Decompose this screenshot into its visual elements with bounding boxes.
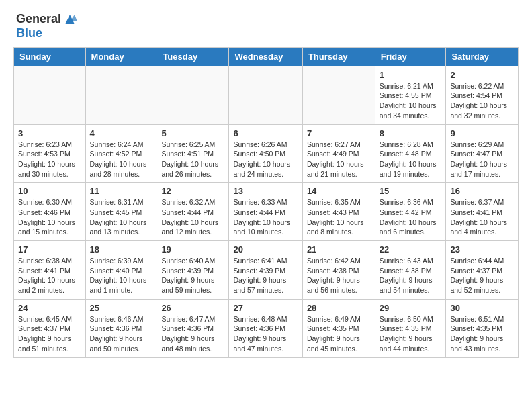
day-info: Sunrise: 6:46 AM Sunset: 4:36 PM Dayligh… xyxy=(90,314,153,354)
calendar-cell: 22Sunrise: 6:43 AM Sunset: 4:38 PM Dayli… xyxy=(375,241,446,300)
day-number: 1 xyxy=(380,70,442,80)
day-number: 23 xyxy=(450,244,514,255)
weekday-header-wednesday: Wednesday xyxy=(229,47,302,66)
calendar-cell: 26Sunrise: 6:47 AM Sunset: 4:36 PM Dayli… xyxy=(157,299,229,357)
day-number: 12 xyxy=(161,186,224,196)
calendar-cell: 24Sunrise: 6:45 AM Sunset: 4:37 PM Dayli… xyxy=(14,299,86,357)
day-info: Sunrise: 6:22 AM Sunset: 4:54 PM Dayligh… xyxy=(450,81,514,121)
calendar-cell: 9Sunrise: 6:29 AM Sunset: 4:47 PM Daylig… xyxy=(446,124,519,183)
logo-blue-text: Blue xyxy=(16,26,42,40)
calendar-cell xyxy=(302,66,375,124)
day-info: Sunrise: 6:38 AM Sunset: 4:41 PM Dayligh… xyxy=(18,256,81,295)
weekday-header-thursday: Thursday xyxy=(302,47,375,66)
day-info: Sunrise: 6:30 AM Sunset: 4:46 PM Dayligh… xyxy=(18,197,81,237)
weekday-header-monday: Monday xyxy=(85,47,157,66)
day-number: 7 xyxy=(307,128,371,138)
day-info: Sunrise: 6:25 AM Sunset: 4:51 PM Dayligh… xyxy=(161,140,224,179)
day-number: 16 xyxy=(450,186,514,196)
calendar-cell: 13Sunrise: 6:33 AM Sunset: 4:44 PM Dayli… xyxy=(229,183,302,241)
day-info: Sunrise: 6:49 AM Sunset: 4:35 PM Dayligh… xyxy=(307,314,371,354)
day-number: 10 xyxy=(18,186,81,196)
day-number: 15 xyxy=(380,186,442,196)
calendar-cell: 18Sunrise: 6:39 AM Sunset: 4:40 PM Dayli… xyxy=(85,241,157,300)
day-number: 6 xyxy=(233,128,298,138)
day-info: Sunrise: 6:29 AM Sunset: 4:47 PM Dayligh… xyxy=(450,140,514,179)
calendar-cell: 10Sunrise: 6:30 AM Sunset: 4:46 PM Dayli… xyxy=(14,183,86,241)
calendar-cell: 28Sunrise: 6:49 AM Sunset: 4:35 PM Dayli… xyxy=(302,299,375,357)
day-number: 22 xyxy=(380,244,442,255)
day-number: 25 xyxy=(90,303,153,313)
day-info: Sunrise: 6:28 AM Sunset: 4:48 PM Dayligh… xyxy=(380,140,442,179)
day-info: Sunrise: 6:21 AM Sunset: 4:55 PM Dayligh… xyxy=(380,81,442,121)
calendar-cell: 1Sunrise: 6:21 AM Sunset: 4:55 PM Daylig… xyxy=(375,66,446,124)
day-info: Sunrise: 6:45 AM Sunset: 4:37 PM Dayligh… xyxy=(18,314,81,354)
calendar-cell: 14Sunrise: 6:35 AM Sunset: 4:43 PM Dayli… xyxy=(302,183,375,241)
calendar-cell: 23Sunrise: 6:44 AM Sunset: 4:37 PM Dayli… xyxy=(446,241,519,300)
day-info: Sunrise: 6:41 AM Sunset: 4:39 PM Dayligh… xyxy=(233,256,298,295)
calendar-cell: 21Sunrise: 6:42 AM Sunset: 4:38 PM Dayli… xyxy=(302,241,375,300)
day-number: 18 xyxy=(90,244,153,255)
day-number: 5 xyxy=(161,128,224,138)
day-number: 3 xyxy=(18,128,81,138)
day-number: 20 xyxy=(233,244,298,255)
day-info: Sunrise: 6:39 AM Sunset: 4:40 PM Dayligh… xyxy=(90,256,153,295)
weekday-header-saturday: Saturday xyxy=(446,47,519,66)
calendar-cell: 16Sunrise: 6:37 AM Sunset: 4:41 PM Dayli… xyxy=(446,183,519,241)
day-number: 4 xyxy=(90,128,153,138)
calendar-cell: 7Sunrise: 6:27 AM Sunset: 4:49 PM Daylig… xyxy=(302,124,375,183)
header: General Blue xyxy=(0,0,532,47)
weekday-header-friday: Friday xyxy=(375,47,446,66)
day-number: 26 xyxy=(161,303,224,313)
day-number: 21 xyxy=(307,244,371,255)
day-number: 19 xyxy=(161,244,224,255)
calendar-cell: 6Sunrise: 6:26 AM Sunset: 4:50 PM Daylig… xyxy=(229,124,302,183)
logo-general-text: General xyxy=(16,13,61,26)
day-info: Sunrise: 6:27 AM Sunset: 4:49 PM Dayligh… xyxy=(307,140,371,179)
day-info: Sunrise: 6:32 AM Sunset: 4:44 PM Dayligh… xyxy=(161,197,224,237)
day-info: Sunrise: 6:47 AM Sunset: 4:36 PM Dayligh… xyxy=(161,314,224,354)
calendar-cell: 2Sunrise: 6:22 AM Sunset: 4:54 PM Daylig… xyxy=(446,66,519,124)
day-info: Sunrise: 6:35 AM Sunset: 4:43 PM Dayligh… xyxy=(307,197,371,237)
day-info: Sunrise: 6:36 AM Sunset: 4:42 PM Dayligh… xyxy=(380,197,442,237)
day-number: 30 xyxy=(450,303,514,313)
day-number: 11 xyxy=(90,186,153,196)
day-number: 29 xyxy=(380,303,442,313)
day-number: 24 xyxy=(18,303,81,313)
day-info: Sunrise: 6:24 AM Sunset: 4:52 PM Dayligh… xyxy=(90,140,153,179)
calendar-cell: 4Sunrise: 6:24 AM Sunset: 4:52 PM Daylig… xyxy=(85,124,157,183)
day-info: Sunrise: 6:40 AM Sunset: 4:39 PM Dayligh… xyxy=(161,256,224,295)
calendar-cell xyxy=(157,66,229,124)
day-number: 17 xyxy=(18,244,81,255)
calendar-cell: 27Sunrise: 6:48 AM Sunset: 4:36 PM Dayli… xyxy=(229,299,302,357)
calendar-cell: 8Sunrise: 6:28 AM Sunset: 4:48 PM Daylig… xyxy=(375,124,446,183)
day-number: 8 xyxy=(380,128,442,138)
calendar-cell: 11Sunrise: 6:31 AM Sunset: 4:45 PM Dayli… xyxy=(85,183,157,241)
calendar-cell: 29Sunrise: 6:50 AM Sunset: 4:35 PM Dayli… xyxy=(375,299,446,357)
day-number: 13 xyxy=(233,186,298,196)
calendar-cell: 25Sunrise: 6:46 AM Sunset: 4:36 PM Dayli… xyxy=(85,299,157,357)
weekday-header-tuesday: Tuesday xyxy=(157,47,229,66)
calendar-cell: 3Sunrise: 6:23 AM Sunset: 4:53 PM Daylig… xyxy=(14,124,86,183)
logo-icon xyxy=(62,12,77,27)
calendar-cell: 17Sunrise: 6:38 AM Sunset: 4:41 PM Dayli… xyxy=(14,241,86,300)
day-info: Sunrise: 6:44 AM Sunset: 4:37 PM Dayligh… xyxy=(450,256,514,295)
day-info: Sunrise: 6:51 AM Sunset: 4:35 PM Dayligh… xyxy=(450,314,514,354)
calendar-cell: 19Sunrise: 6:40 AM Sunset: 4:39 PM Dayli… xyxy=(157,241,229,300)
day-info: Sunrise: 6:33 AM Sunset: 4:44 PM Dayligh… xyxy=(233,197,298,237)
calendar-cell xyxy=(14,66,86,124)
day-info: Sunrise: 6:37 AM Sunset: 4:41 PM Dayligh… xyxy=(450,197,514,237)
day-info: Sunrise: 6:48 AM Sunset: 4:36 PM Dayligh… xyxy=(233,314,298,354)
day-info: Sunrise: 6:50 AM Sunset: 4:35 PM Dayligh… xyxy=(380,314,442,354)
calendar-cell: 15Sunrise: 6:36 AM Sunset: 4:42 PM Dayli… xyxy=(375,183,446,241)
calendar-table: SundayMondayTuesdayWednesdayThursdayFrid… xyxy=(13,47,519,358)
day-number: 27 xyxy=(233,303,298,313)
calendar-cell: 30Sunrise: 6:51 AM Sunset: 4:35 PM Dayli… xyxy=(446,299,519,357)
day-info: Sunrise: 6:23 AM Sunset: 4:53 PM Dayligh… xyxy=(18,140,81,179)
logo: General Blue xyxy=(16,12,77,40)
day-number: 14 xyxy=(307,186,371,196)
day-info: Sunrise: 6:42 AM Sunset: 4:38 PM Dayligh… xyxy=(307,256,371,295)
day-number: 28 xyxy=(307,303,371,313)
calendar-cell xyxy=(229,66,302,124)
calendar-cell xyxy=(85,66,157,124)
calendar-cell: 12Sunrise: 6:32 AM Sunset: 4:44 PM Dayli… xyxy=(157,183,229,241)
